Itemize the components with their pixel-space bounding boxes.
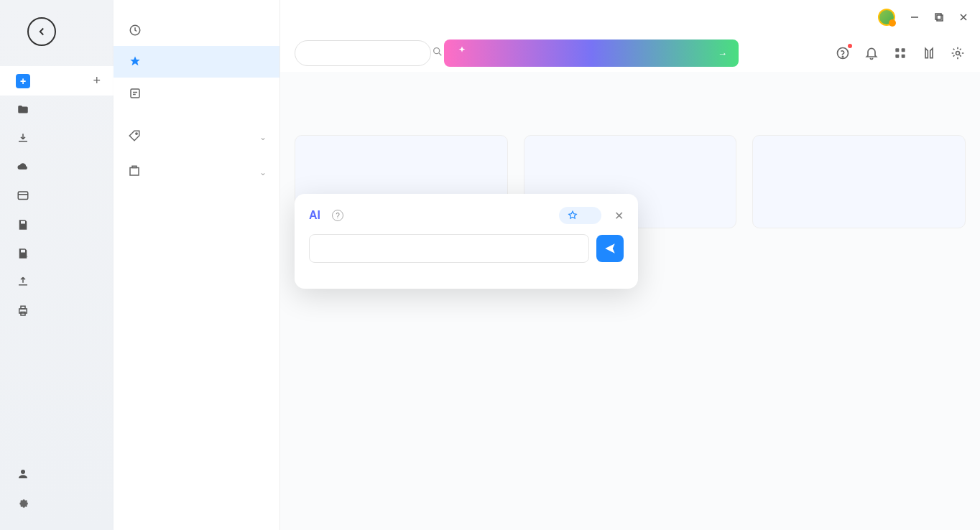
svg-rect-18 [902,55,905,58]
rail-import[interactable] [0,124,114,153]
rail-new[interactable]: + + [0,66,114,96]
ai-points-badge [559,207,601,224]
rail-cloud[interactable] [0,153,114,182]
clock-icon [128,23,142,37]
svg-point-12 [434,48,440,54]
toolbar: → [280,34,980,72]
rail-account[interactable] [0,460,114,488]
cat-personal[interactable] [114,78,279,109]
svg-rect-0 [18,192,28,200]
cat-recommended[interactable] [114,46,279,78]
plus-icon: + [16,74,30,88]
svg-rect-8 [130,168,139,176]
cat-group-basic[interactable]: ⌄ [114,119,279,154]
close-button[interactable] [953,6,974,28]
svg-rect-9 [132,166,137,167]
svg-rect-10 [935,14,941,19]
saveas-icon [16,246,30,261]
cloud-icon [16,160,30,175]
svg-rect-11 [937,15,943,21]
assistant-input[interactable] [309,234,589,263]
templates-icon [16,189,30,203]
rail-print[interactable] [0,297,114,325]
minimize-button[interactable] [904,6,925,28]
personal-icon [128,86,142,101]
back-button[interactable] [27,17,56,46]
svg-rect-17 [895,55,899,58]
svg-rect-6 [131,89,139,98]
chevron-down-icon: ⌄ [259,132,267,142]
save-icon [16,218,30,232]
help-icon[interactable] [835,45,851,61]
svg-point-19 [956,52,960,55]
rail-options[interactable] [0,488,114,517]
close-icon[interactable]: ✕ [614,209,624,223]
export-icon [16,275,30,289]
ai-logo-icon: AI [309,209,320,222]
cat-recent[interactable] [114,14,279,46]
settings-icon[interactable] [950,45,966,61]
search-icon[interactable] [432,46,443,60]
category-panel: ⌄ ⌄ [114,0,280,530]
add-icon[interactable]: + [93,73,101,88]
svg-point-7 [136,133,137,134]
folder-icon [16,103,30,117]
send-button[interactable] [596,235,624,262]
content-area: AI ? ✕ [280,72,980,530]
business-icon [128,164,141,180]
rail-export[interactable] [0,268,114,297]
search-input[interactable] [305,48,426,59]
svg-rect-16 [902,48,905,52]
svg-point-14 [842,56,843,57]
ai-assistant-panel: AI ? ✕ [295,194,638,289]
tutorial-card[interactable] [752,135,966,228]
rail-saveas[interactable] [0,239,114,268]
star-icon [128,55,142,69]
svg-rect-2 [21,306,25,309]
theme-icon[interactable] [921,45,937,61]
maximize-button[interactable] [928,6,950,28]
help-icon[interactable]: ? [332,210,343,221]
bell-icon[interactable] [864,45,879,61]
tag-icon [128,129,141,144]
svg-point-4 [21,470,25,474]
import-icon [16,131,30,146]
gear-icon [16,496,30,510]
search-box[interactable] [295,40,431,66]
rail-templates[interactable] [0,182,114,210]
rail-save[interactable] [0,210,114,239]
chevron-down-icon: ⌄ [259,167,267,177]
titlebar [280,0,980,34]
apps-icon[interactable] [892,45,908,61]
left-rail: + + [0,0,114,530]
ai-banner[interactable]: → [444,39,739,67]
sparkle-icon [456,45,468,61]
main-area: → [280,0,980,530]
rail-open[interactable] [0,96,114,124]
avatar[interactable] [878,9,895,26]
banner-cta[interactable]: → [715,48,727,59]
print-icon [16,304,30,318]
svg-rect-15 [895,48,899,52]
user-icon [16,467,30,481]
cat-group-business[interactable]: ⌄ [114,154,279,190]
